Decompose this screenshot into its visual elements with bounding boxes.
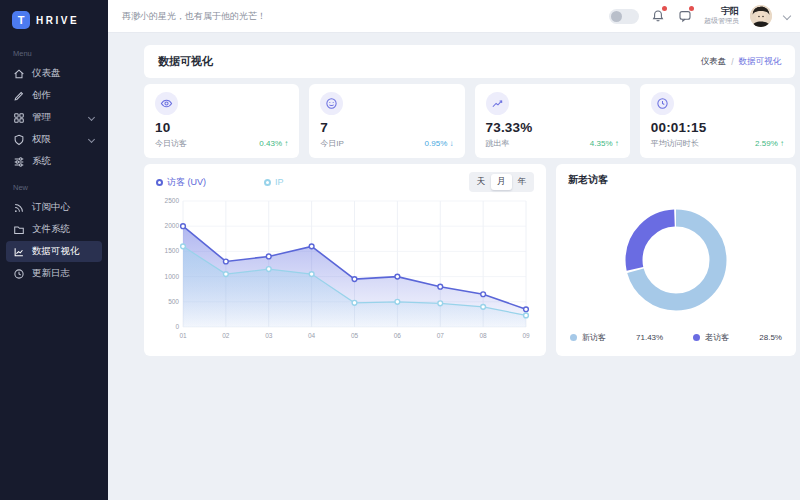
stat-card-ip: 7 今日IP 0.95% ↓	[309, 84, 464, 158]
legend-item-uv[interactable]: 访客 (UV)	[156, 176, 206, 189]
legend-label: 老访客	[705, 332, 729, 343]
sidebar-item-changelog[interactable]: 更新日志	[6, 263, 102, 284]
main-content: 数据可视化 仪表盘 / 数据可视化 10 今日访客 0.43% ↑ 7 今日IP…	[108, 33, 800, 500]
sidebar-item-label: 创作	[32, 89, 51, 102]
sidebar-item-system[interactable]: 系统	[6, 151, 102, 172]
range-tab-year[interactable]: 年	[512, 174, 533, 190]
stat-value: 00:01:15	[651, 120, 784, 135]
svg-text:07: 07	[437, 332, 445, 339]
folder-icon	[13, 224, 25, 236]
legend-item-ip[interactable]: IP	[264, 177, 284, 187]
legend-value: 71.43%	[636, 333, 663, 342]
stat-value: 7	[320, 120, 453, 135]
sidebar-item-permissions[interactable]: 权限	[6, 129, 102, 150]
chevron-down-icon	[89, 137, 95, 143]
legend-item-old-visitors[interactable]: 老访客	[693, 332, 729, 343]
line-chart-icon	[13, 246, 25, 258]
stat-delta: 0.43% ↑	[259, 139, 288, 148]
svg-text:09: 09	[522, 332, 530, 339]
notifications-bell-icon[interactable]	[650, 8, 666, 24]
message-badge	[689, 6, 694, 11]
sidebar-item-label: 数据可视化	[32, 245, 80, 258]
brand-name: HRIVE	[36, 15, 79, 26]
legend-dot-icon	[156, 179, 163, 186]
avatar[interactable]	[750, 5, 772, 27]
svg-text:0: 0	[175, 323, 179, 330]
sliders-icon	[13, 156, 25, 168]
sidebar-item-files[interactable]: 文件系统	[6, 219, 102, 240]
legend-dot-icon	[693, 334, 700, 341]
breadcrumb: 仪表盘 / 数据可视化	[701, 56, 781, 68]
sidebar-item-create[interactable]: 创作	[6, 85, 102, 106]
sidebar-item-label: 订阅中心	[32, 201, 70, 214]
smile-icon	[320, 92, 343, 115]
brand-badge-icon: T	[12, 11, 30, 29]
legend-dot-icon	[570, 334, 577, 341]
sidebar-item-dashboard[interactable]: 仪表盘	[6, 63, 102, 84]
stat-label: 平均访问时长	[651, 138, 699, 149]
clock-icon	[651, 92, 674, 115]
theme-toggle[interactable]	[609, 9, 639, 24]
range-tab-day[interactable]: 天	[471, 174, 492, 190]
stat-delta: 2.59% ↑	[755, 139, 784, 148]
history-clock-icon	[13, 268, 25, 280]
legend-value: 28.5%	[759, 333, 782, 342]
stats-row: 10 今日访客 0.43% ↑ 7 今日IP 0.95% ↓ 73.33% 跳出…	[144, 84, 795, 158]
brand-logo[interactable]: T HRIVE	[0, 0, 108, 39]
stat-value: 10	[155, 120, 288, 135]
shield-icon	[13, 134, 25, 146]
legend-dot-icon	[264, 179, 271, 186]
sidebar-item-label: 权限	[32, 133, 51, 146]
uv-ip-chart-card: 访客 (UV) IP 天 月 年 05001000150020002500010…	[144, 164, 546, 356]
sidebar-item-subscriptions[interactable]: 订阅中心	[6, 197, 102, 218]
breadcrumb-separator: /	[731, 57, 733, 67]
header-motto: 再渺小的星光，也有属于他的光芒！	[122, 10, 266, 23]
stat-value: 73.33%	[486, 120, 619, 135]
sidebar-section-menu: Menu	[0, 39, 108, 62]
chart-legend: 访客 (UV) IP 天 月 年	[156, 173, 534, 191]
svg-text:08: 08	[480, 332, 488, 339]
svg-text:2000: 2000	[165, 222, 180, 229]
stat-card-avg-duration: 00:01:15 平均访问时长 2.59% ↑	[640, 84, 795, 158]
grid-icon	[13, 112, 25, 124]
sidebar-section-new: New	[0, 173, 108, 196]
notification-badge	[662, 6, 667, 11]
donut-chart-title: 新老访客	[568, 173, 784, 187]
svg-text:02: 02	[222, 332, 230, 339]
stat-delta: 0.95% ↓	[425, 139, 454, 148]
donut-legend: 新访客 71.43% 老访客 28.5%	[568, 332, 784, 347]
breadcrumb-parent[interactable]: 仪表盘	[701, 56, 727, 68]
legend-item-new-visitors[interactable]: 新访客	[570, 332, 606, 343]
sidebar-item-label: 更新日志	[32, 267, 70, 280]
chevron-down-icon[interactable]	[783, 13, 790, 20]
sidebar-item-label: 仪表盘	[32, 67, 61, 80]
sidebar-item-data-visualization[interactable]: 数据可视化	[6, 241, 102, 262]
user-name: 宇阳	[704, 6, 739, 17]
svg-text:06: 06	[394, 332, 402, 339]
svg-text:03: 03	[265, 332, 273, 339]
svg-text:1500: 1500	[165, 247, 180, 254]
range-tab-month[interactable]: 月	[491, 174, 512, 190]
user-menu[interactable]: 宇阳 超级管理员	[704, 6, 739, 25]
svg-text:500: 500	[168, 298, 179, 305]
legend-label: 访客 (UV)	[167, 176, 206, 189]
stat-label: 今日访客	[155, 138, 187, 149]
svg-text:01: 01	[179, 332, 187, 339]
stat-delta: 4.35% ↑	[590, 139, 619, 148]
sidebar-item-manage[interactable]: 管理	[6, 107, 102, 128]
uv-ip-line-chart: 05001000150020002500010203040506070809	[156, 191, 534, 351]
visitor-type-donut-chart	[568, 187, 784, 332]
legend-label: IP	[275, 177, 284, 187]
page-header-card: 数据可视化 仪表盘 / 数据可视化	[144, 45, 795, 78]
chevron-down-icon	[89, 115, 95, 121]
messages-icon[interactable]	[677, 8, 693, 24]
breadcrumb-current[interactable]: 数据可视化	[739, 56, 782, 68]
home-icon	[13, 68, 25, 80]
top-bar: 再渺小的星光，也有属于他的光芒！ 宇阳 超级管理员	[108, 0, 800, 33]
eye-icon	[155, 92, 178, 115]
svg-text:05: 05	[351, 332, 359, 339]
legend-label: 新访客	[582, 332, 606, 343]
stat-label: 今日IP	[320, 138, 344, 149]
trend-icon	[486, 92, 509, 115]
sidebar-item-label: 文件系统	[32, 223, 70, 236]
